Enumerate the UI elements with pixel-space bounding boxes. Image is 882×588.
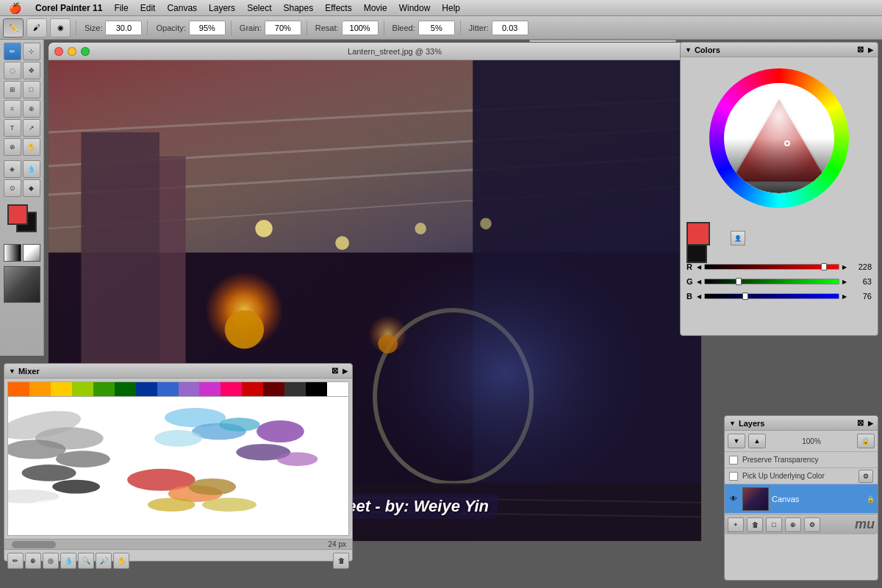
background-color-picker[interactable] [686,243,707,263]
swatch-2[interactable] [23,244,40,262]
brush-variant-btn[interactable]: 🖌 [26,18,47,37]
mixer-color-magenta[interactable] [199,382,220,396]
color-wheel-area[interactable] [681,57,878,219]
blue-slider-thumb[interactable] [742,293,748,300]
mixer-color-lime[interactable] [72,382,93,396]
mixer-color-darkgray[interactable] [284,382,306,396]
preserve-transparency-checkbox[interactable] [729,456,738,465]
red-slider-left-arrow[interactable]: ◀ [697,264,701,270]
green-slider-right-arrow[interactable]: ▶ [842,279,847,285]
move-tool[interactable]: ✥ [23,62,40,79]
menu-movie[interactable]: Movie [358,0,393,16]
foreground-color-picker[interactable] [686,222,710,245]
menu-select[interactable]: Select [241,0,277,16]
layers-collapse-icon[interactable]: ▼ [729,420,736,427]
red-slider-right-arrow[interactable]: ▶ [842,264,847,270]
menu-edit[interactable]: Edit [135,0,162,16]
mixer-panel-close[interactable]: ⊠ [331,366,338,376]
jitter-input[interactable] [492,21,528,35]
mixer-dropper-tool[interactable]: 💧 [60,553,76,569]
swatch-1[interactable] [4,244,21,262]
hand-tool[interactable]: ✋ [23,138,40,156]
mixer-zoom-out[interactable]: 🔎 [96,553,112,569]
close-button[interactable] [54,47,63,56]
mixer-sample-tool[interactable]: ◎ [43,553,59,569]
layers-up-btn[interactable]: ▲ [748,434,766,448]
mixer-color-pink[interactable] [220,382,242,396]
mixer-color-purple[interactable] [179,382,200,396]
mixer-collapse-icon[interactable]: ▼ [9,368,15,375]
mixer-panel-expand[interactable]: ▶ [343,368,348,375]
mixer-scroll-thumb[interactable] [12,541,56,548]
merge-layers-button[interactable]: ⊕ [785,517,801,532]
grain-input[interactable] [265,21,301,35]
menu-file[interactable]: File [108,0,134,16]
mixer-color-white[interactable] [327,382,348,396]
transform-tool[interactable]: ⊞ [4,81,21,98]
brush-tool-btn[interactable]: ✏️ [3,18,24,37]
mixer-paint-area[interactable] [8,397,348,535]
fill-tool[interactable]: ◆ [23,179,40,197]
layers-panel-expand[interactable]: ▶ [868,420,873,427]
layer-canvas[interactable]: 👁 Canvas 🔒 [725,484,878,514]
menu-help[interactable]: Help [436,0,466,16]
text-tool[interactable]: T [4,119,21,137]
brush-size-btn[interactable]: ◉ [50,18,71,37]
minimize-button[interactable] [68,47,76,56]
blue-slider-right-arrow[interactable]: ▶ [842,293,847,300]
menu-shapes[interactable]: Shapes [277,0,319,16]
mixer-colors-area[interactable] [7,381,349,536]
bleed-input[interactable] [418,21,455,35]
mixer-color-amber[interactable] [29,382,51,396]
green-slider-left-arrow[interactable]: ◀ [697,279,701,285]
group-layers-button[interactable]: □ [766,517,782,532]
color-user-button[interactable]: 👤 [731,231,745,245]
arrow-tool[interactable]: ↗ [23,119,40,137]
color-picker-dot[interactable] [784,140,790,146]
layers-mode-select[interactable]: ▼ [728,434,745,448]
layer-lock-icon[interactable]: 🔒 [866,495,875,503]
mixer-color-black[interactable] [306,382,327,396]
foreground-color-swatch[interactable] [7,204,28,225]
brush-tool[interactable]: ✏ [4,43,21,60]
shape-tool[interactable]: □ [23,81,40,98]
mixer-brush-tool[interactable]: ✏ [7,553,24,569]
opacity-input[interactable] [189,21,226,35]
clone-tool[interactable]: ⊕ [23,100,40,118]
magnifier-tool[interactable]: ⊕ [4,138,21,156]
menu-window[interactable]: Window [393,0,437,16]
layer-settings-button[interactable]: ⚙ [804,517,820,532]
pick-up-color-checkbox[interactable] [729,472,738,481]
red-slider-thumb[interactable] [821,263,827,270]
mixer-color-green[interactable] [93,382,115,396]
blue-slider-track[interactable] [704,293,839,299]
blue-slider-left-arrow[interactable]: ◀ [697,293,701,300]
menu-canvas[interactable]: Canvas [161,0,203,16]
pick-up-color-settings[interactable]: ⚙ [858,470,873,483]
mixer-zoom-in[interactable]: 🔍 [78,553,94,569]
green-slider-track[interactable] [704,279,839,284]
mixer-color-yellow[interactable] [51,382,72,396]
apple-menu[interactable]: 🍎 [0,2,29,14]
green-slider-thumb[interactable] [736,278,742,285]
menu-effects[interactable]: Effects [319,0,357,16]
red-slider-track[interactable] [704,264,839,270]
layers-opacity-lock[interactable]: 🔒 [857,434,875,448]
eyedropper-tool[interactable]: ⊙ [4,179,21,197]
new-layer-button[interactable]: + [728,517,744,532]
lasso-tool[interactable]: ◌ [4,62,21,79]
layers-panel-close[interactable]: ⊠ [857,418,864,428]
mixer-color-blue[interactable] [157,382,179,396]
menu-layers[interactable]: Layers [203,0,241,16]
mixer-mix-tool[interactable]: ⊕ [25,553,41,569]
mixer-scrollbar[interactable]: 24 px [4,539,352,549]
select-tool[interactable]: ⊹ [23,43,40,60]
delete-layer-button[interactable]: 🗑 [747,517,763,532]
colors-panel-close[interactable]: ⊠ [857,45,864,54]
color-wheel[interactable] [709,68,849,208]
resat-input[interactable] [342,21,379,35]
mixer-pan-tool[interactable]: ✋ [113,553,129,569]
mixer-color-red[interactable] [242,382,263,396]
mixer-delete-btn[interactable]: 🗑 [333,553,349,569]
collapse-arrow-icon[interactable]: ▼ [685,46,692,54]
